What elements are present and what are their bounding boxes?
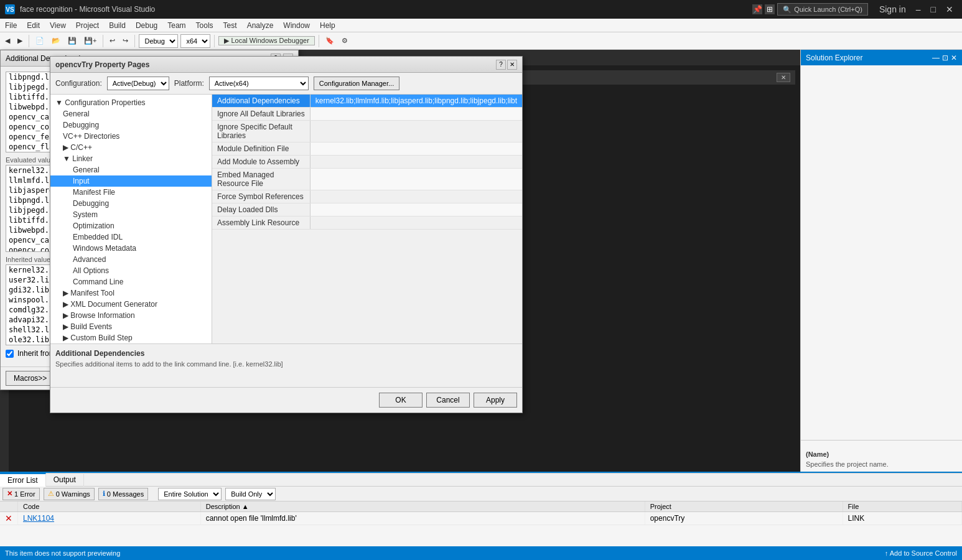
- tree-xml-doc-gen[interactable]: ▶ XML Document Generator: [50, 299, 212, 310]
- tree-advanced[interactable]: Advanced: [50, 254, 212, 265]
- config-select[interactable]: Active(Debug): [107, 77, 169, 90]
- error-count-btn[interactable]: ✕ 1 Error: [2, 488, 40, 500]
- prop-row-module-def[interactable]: Module Definition File: [212, 142, 522, 156]
- col-code-header[interactable]: Code: [18, 502, 201, 512]
- tree-custom-build-step[interactable]: ▶ Custom Build Step: [50, 332, 212, 343]
- error-list-tab[interactable]: Error List: [0, 473, 46, 487]
- toolbar-save-btn[interactable]: 💾: [65, 35, 79, 46]
- menu-analyze[interactable]: Analyze: [242, 20, 279, 31]
- menu-test[interactable]: Test: [218, 20, 242, 31]
- prop-close-btn[interactable]: ✕: [507, 60, 517, 70]
- menu-project[interactable]: Project: [71, 20, 104, 31]
- prop-value-additional-deps[interactable]: kernel32.lib;llmlmfd.lib;libjasperd.lib;…: [310, 95, 522, 108]
- solution-float-icon[interactable]: ⊡: [942, 54, 948, 62]
- macros-btn[interactable]: Macros>>: [6, 371, 55, 386]
- message-count-btn[interactable]: ℹ 0 Messages: [98, 488, 148, 500]
- prop-row-assembly-link[interactable]: Assembly Link Resource: [212, 217, 522, 230]
- error-code-link-0[interactable]: LNK1104: [23, 514, 54, 523]
- tree-optimization[interactable]: Optimization: [50, 220, 212, 231]
- menu-tools[interactable]: Tools: [191, 20, 218, 31]
- tree-debugging[interactable]: Debugging: [50, 119, 212, 131]
- toolbar-save-all-btn[interactable]: 💾+: [82, 35, 99, 46]
- prop-row-ignore-all[interactable]: Ignore All Default Libraries: [212, 108, 522, 121]
- prop-value-embed-managed[interactable]: [310, 169, 522, 190]
- toolbar-redo-btn[interactable]: ↪: [120, 35, 131, 46]
- tree-manifest-file[interactable]: Manifest File: [50, 187, 212, 198]
- toolbar-forward-btn[interactable]: ▶: [15, 35, 25, 46]
- solution-minimize-icon[interactable]: —: [932, 54, 940, 62]
- prop-row-additional-deps[interactable]: Additional Dependencies kernel32.lib;llm…: [212, 95, 522, 108]
- prop-value-assembly-link[interactable]: [310, 217, 522, 230]
- editor-close-btn[interactable]: ✕: [777, 73, 790, 82]
- prop-apply-btn[interactable]: Apply: [474, 393, 517, 408]
- platform-dropdown[interactable]: x64: [180, 34, 210, 48]
- col-project-header[interactable]: Project: [645, 502, 843, 512]
- solution-filter-dropdown[interactable]: Entire Solution: [158, 488, 222, 500]
- menu-team[interactable]: Team: [162, 20, 190, 31]
- menu-edit[interactable]: Edit: [22, 20, 45, 31]
- prop-value-delay-loaded[interactable]: [310, 203, 522, 217]
- prop-help-btn[interactable]: ?: [496, 60, 506, 70]
- col-file-header[interactable]: File: [843, 502, 961, 512]
- tree-windows-metadata[interactable]: Windows Metadata: [50, 243, 212, 254]
- inherit-checkbox[interactable]: [6, 350, 14, 358]
- maximize-btn[interactable]: □: [927, 0, 940, 19]
- toolbar-bookmark-btn[interactable]: 🔖: [323, 35, 337, 46]
- prop-ok-btn[interactable]: OK: [379, 393, 423, 408]
- menu-build[interactable]: Build: [104, 20, 131, 31]
- col-description-header[interactable]: Description ▲: [200, 502, 645, 512]
- prop-cancel-btn[interactable]: Cancel: [426, 393, 470, 408]
- prop-row-embed-managed[interactable]: Embed Managed Resource File: [212, 169, 522, 190]
- config-manager-btn[interactable]: Configuration Manager...: [314, 77, 399, 90]
- prop-value-ignore-all[interactable]: [310, 108, 522, 121]
- prop-value-ignore-specific[interactable]: [310, 121, 522, 142]
- prop-row-delay-loaded[interactable]: Delay Loaded Dlls: [212, 203, 522, 217]
- toolbar-misc-btn[interactable]: ⚙: [339, 35, 350, 46]
- error-row-0[interactable]: ✕ LNK1104 cannot open file 'llmlmfd.lib'…: [0, 512, 962, 525]
- prop-value-module-def[interactable]: [310, 142, 522, 156]
- sign-in-btn[interactable]: Sign in: [876, 0, 910, 19]
- minimize-btn[interactable]: –: [912, 0, 925, 19]
- tree-all-options[interactable]: All Options: [50, 265, 212, 276]
- warning-count-btn[interactable]: ⚠ 0 Warnings: [44, 488, 95, 500]
- tree-debugging2[interactable]: Debugging: [50, 198, 212, 209]
- prop-row-ignore-specific[interactable]: Ignore Specific Default Libraries: [212, 121, 522, 142]
- property-tree: ▼ Configuration Properties General Debug…: [50, 95, 212, 343]
- error-code-0[interactable]: LNK1104: [18, 512, 201, 525]
- menu-view[interactable]: View: [45, 20, 71, 31]
- tree-manifest-tool[interactable]: ▶ Manifest Tool: [50, 287, 212, 299]
- tree-linker-input[interactable]: Input: [50, 175, 212, 187]
- tree-config-props[interactable]: ▼ Configuration Properties: [50, 97, 212, 108]
- tree-linker-general[interactable]: General: [50, 164, 212, 175]
- tree-linker[interactable]: ▼ Linker: [50, 153, 212, 164]
- output-tab[interactable]: Output: [46, 473, 84, 487]
- prop-row-add-module[interactable]: Add Module to Assembly: [212, 156, 522, 169]
- toolbar-undo-btn[interactable]: ↩: [107, 35, 118, 46]
- toolbar-back-btn[interactable]: ◀: [2, 35, 12, 46]
- tree-system[interactable]: System: [50, 209, 212, 220]
- menu-window[interactable]: Window: [278, 20, 315, 31]
- platform-select[interactable]: Active(x64): [209, 77, 309, 90]
- status-right-text[interactable]: ↑ Add to Source Control: [885, 549, 957, 557]
- toolbar-open-btn[interactable]: 📂: [49, 35, 63, 46]
- tree-vc-dirs[interactable]: VC++ Directories: [50, 131, 212, 142]
- build-only-dropdown[interactable]: Build Only: [225, 488, 276, 500]
- tree-browse-info[interactable]: ▶ Browse Information: [50, 310, 212, 321]
- tree-general[interactable]: General: [50, 108, 212, 119]
- tree-embedded-idl[interactable]: Embedded IDL: [50, 231, 212, 243]
- menu-file[interactable]: File: [0, 20, 22, 31]
- menu-help[interactable]: Help: [315, 20, 340, 31]
- menu-debug[interactable]: Debug: [131, 20, 162, 31]
- tree-command-line[interactable]: Command Line: [50, 276, 212, 287]
- tree-c-cpp[interactable]: ▶ C/C++: [50, 142, 212, 153]
- toolbar-new-btn[interactable]: 📄: [33, 35, 47, 46]
- prop-desc-text: Specifies the project name.: [806, 460, 957, 468]
- debug-config-dropdown[interactable]: Debug: [139, 34, 178, 48]
- prop-row-force-symbol[interactable]: Force Symbol References: [212, 190, 522, 203]
- solution-close-icon[interactable]: ✕: [951, 54, 957, 62]
- tree-build-events[interactable]: ▶ Build Events: [50, 321, 212, 332]
- close-btn[interactable]: ✕: [942, 0, 957, 19]
- prop-value-add-module[interactable]: [310, 156, 522, 169]
- run-btn[interactable]: ▶ Local Windows Debugger: [218, 36, 314, 45]
- prop-value-force-symbol[interactable]: [310, 190, 522, 203]
